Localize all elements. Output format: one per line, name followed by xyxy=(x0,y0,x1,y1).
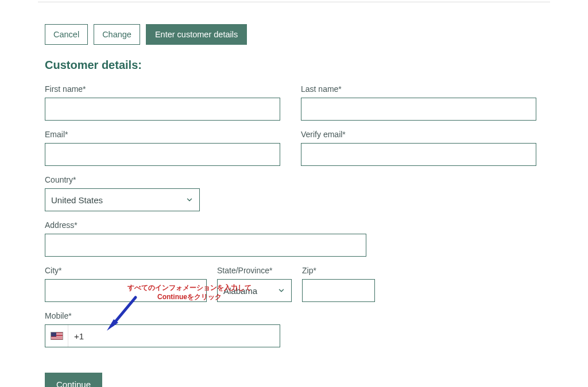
top-divider xyxy=(38,0,550,2)
change-button[interactable]: Change xyxy=(94,24,140,45)
cancel-button[interactable]: Cancel xyxy=(45,24,88,45)
mobile-label: Mobile* xyxy=(45,311,280,320)
address-input[interactable] xyxy=(45,234,366,257)
city-label: City* xyxy=(45,266,207,275)
row-mobile: Mobile* +1 xyxy=(45,311,543,347)
section-title: Customer details: xyxy=(45,59,543,72)
address-label: Address* xyxy=(45,220,366,230)
row-address: Address* xyxy=(45,220,543,257)
dial-code: +1 xyxy=(68,331,90,341)
mobile-input[interactable] xyxy=(90,325,280,347)
form-mode-buttons: Cancel Change Enter customer details xyxy=(45,24,543,45)
annotation-text: すべてのインフォメーションを入力して Continueをクリック xyxy=(121,283,258,301)
zip-label: Zip* xyxy=(302,266,375,275)
chevron-down-icon xyxy=(185,196,194,204)
country-selected-value: United States xyxy=(51,195,103,205)
continue-button[interactable]: Continue xyxy=(45,373,102,387)
last-name-input[interactable] xyxy=(301,98,536,121)
verify-email-input[interactable] xyxy=(301,143,536,166)
us-flag-icon xyxy=(51,332,63,340)
annotation-line1: すべてのインフォメーションを入力して xyxy=(127,284,252,292)
mobile-input-group: +1 xyxy=(45,324,280,347)
row-email: Email* Verify email* xyxy=(45,130,543,166)
annotation-line2: Continueをクリック xyxy=(157,293,222,301)
first-name-input[interactable] xyxy=(45,98,280,121)
state-label: State/Province* xyxy=(217,266,292,275)
enter-customer-details-button[interactable]: Enter customer details xyxy=(146,24,247,45)
first-name-label: First name* xyxy=(45,84,280,94)
row-country: Country* United States xyxy=(45,175,543,211)
zip-input[interactable] xyxy=(302,279,375,302)
row-name: First name* Last name* xyxy=(45,84,543,121)
country-select[interactable]: United States xyxy=(45,188,200,211)
country-code-selector[interactable] xyxy=(45,325,68,347)
chevron-down-icon xyxy=(277,287,285,295)
form-container: Cancel Change Enter customer details Cus… xyxy=(0,24,588,387)
email-label: Email* xyxy=(45,130,280,139)
last-name-label: Last name* xyxy=(301,84,536,94)
row-city-state-zip: City* State/Province* Alabama Zip* xyxy=(45,266,543,302)
country-label: Country* xyxy=(45,175,200,184)
verify-email-label: Verify email* xyxy=(301,130,536,139)
email-input[interactable] xyxy=(45,143,280,166)
